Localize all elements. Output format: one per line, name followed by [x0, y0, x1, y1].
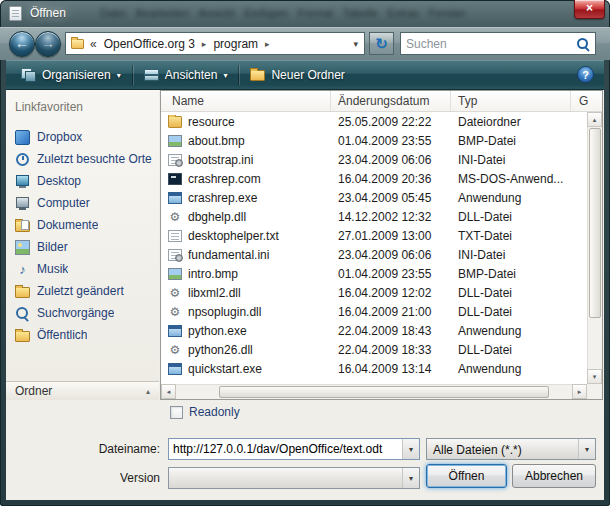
sidebar-item-computer[interactable]: Computer — [6, 192, 159, 214]
search-icon[interactable] — [575, 36, 591, 52]
back-button[interactable]: ← — [9, 31, 35, 57]
scrollbar-corner — [587, 384, 602, 399]
filetype-dropdown-button[interactable]: ▾ — [578, 439, 595, 459]
sidebar-item-label: Zuletzt geändert — [37, 284, 124, 298]
folder-file-icon — [168, 116, 182, 128]
file-date: 16.04.2009 13:14 — [331, 362, 451, 376]
column-header-type[interactable]: Typ — [451, 91, 571, 111]
readonly-checkbox[interactable] — [170, 406, 183, 419]
filetype-select[interactable]: Alle Dateien (*.*) ▾ — [426, 438, 596, 460]
filename-input[interactable] — [169, 439, 402, 459]
file-row[interactable]: fundamental.ini23.04.2009 06:06INI-Datei — [161, 245, 587, 264]
file-row[interactable]: desktophelper.txt27.01.2009 13:00TXT-Dat… — [161, 226, 587, 245]
file-row[interactable]: ⚙libxml2.dll16.04.2009 12:02DLL-Datei — [161, 283, 587, 302]
file-type: DLL-Datei — [451, 343, 565, 357]
file-date: 16.04.2009 21:00 — [331, 305, 451, 319]
scroll-down-icon[interactable]: ▾ — [587, 369, 602, 384]
new-folder-label: Neuer Ordner — [271, 68, 344, 82]
filename-combo[interactable]: ▾ — [168, 438, 420, 460]
address-dropdown-icon[interactable]: ▾ — [347, 39, 364, 49]
scroll-right-icon[interactable]: ▸ — [572, 384, 587, 399]
address-folder-icon — [71, 39, 84, 49]
address-breadcrumb[interactable]: « OpenOffice.org 3 ▸ program ▸ ▾ — [65, 32, 365, 55]
version-select[interactable]: ▾ — [168, 467, 420, 489]
file-row[interactable]: ⚙npsoplugin.dll16.04.2009 21:00DLL-Datei — [161, 302, 587, 321]
file-type: DLL-Datei — [451, 286, 565, 300]
file-row[interactable]: ⚙python26.dll22.04.2009 18:33DLL-Datei — [161, 340, 587, 359]
help-icon: ? — [582, 69, 589, 81]
file-row[interactable]: ⚙dbghelp.dll14.12.2002 12:32DLL-Datei — [161, 207, 587, 226]
app-file-icon — [168, 325, 182, 337]
sidebar-item-label: Dokumente — [37, 218, 98, 232]
sidebar-item-searches[interactable]: Suchvorgänge — [6, 302, 159, 324]
file-row[interactable]: crashrep.exe23.04.2009 05:45Anwendung — [161, 188, 587, 207]
horizontal-scrollbar[interactable]: ◂ ▸ — [161, 384, 587, 399]
file-name-cell: ⚙python26.dll — [161, 343, 331, 357]
column-header-date[interactable]: Änderungsdatum — [331, 91, 451, 111]
file-type: BMP-Datei — [451, 267, 565, 281]
refresh-button[interactable]: ↻ — [369, 32, 394, 55]
sidebar-item-pictures[interactable]: Bilder — [6, 236, 159, 258]
sidebar-item-music[interactable]: ♪Musik — [6, 258, 159, 280]
column-header-name[interactable]: Name — [161, 91, 331, 111]
sidebar-item-dropbox[interactable]: Dropbox — [6, 126, 159, 148]
folders-label: Ordner — [15, 384, 52, 398]
image-file-icon — [168, 135, 182, 147]
close-button[interactable]: × — [574, 0, 605, 19]
file-row[interactable]: resource25.05.2009 22:22Dateiordner — [161, 112, 587, 131]
file-name: desktophelper.txt — [188, 229, 279, 243]
dll-file-icon: ⚙ — [168, 344, 182, 356]
sidebar-item-desktop[interactable]: Desktop — [6, 170, 159, 192]
file-name: npsoplugin.dll — [188, 305, 261, 319]
sidebar-item-changed[interactable]: Zuletzt geändert — [6, 280, 159, 302]
filename-dropdown-button[interactable]: ▾ — [402, 439, 419, 459]
organize-button[interactable]: Organisieren ▾ — [12, 63, 130, 87]
readonly-label[interactable]: Readonly — [189, 405, 240, 419]
file-date: 23.04.2009 05:45 — [331, 191, 451, 205]
version-dropdown-button[interactable]: ▾ — [402, 468, 419, 488]
file-row[interactable]: intro.bmp01.04.2009 23:55BMP-Datei — [161, 264, 587, 283]
file-type: Anwendung — [451, 191, 565, 205]
public-icon — [15, 331, 30, 342]
ini-file-icon — [168, 154, 182, 166]
sidebar-item-label: Computer — [37, 196, 90, 210]
breadcrumb-overflow-chevrons[interactable]: « — [90, 37, 97, 51]
file-row[interactable]: python.exe22.04.2009 18:43Anwendung — [161, 321, 587, 340]
file-row[interactable]: crashrep.com16.04.2009 20:36MS-DOS-Anwen… — [161, 169, 587, 188]
sidebar-item-public[interactable]: Öffentlich — [6, 324, 159, 346]
file-date: 14.12.2002 12:32 — [331, 210, 451, 224]
search-box[interactable] — [400, 32, 596, 55]
breadcrumb-separator-icon[interactable]: ▸ — [263, 39, 272, 49]
forward-button[interactable]: → — [35, 31, 61, 57]
column-header-size[interactable]: G — [571, 91, 602, 111]
file-type: Anwendung — [451, 362, 565, 376]
file-row[interactable]: bootstrap.ini23.04.2009 06:06INI-Datei — [161, 150, 587, 169]
scroll-up-icon[interactable]: ▴ — [587, 112, 602, 127]
new-folder-button[interactable]: Neuer Ordner — [241, 63, 353, 87]
chevron-down-icon: ▾ — [117, 69, 121, 80]
horizontal-scroll-thumb[interactable] — [219, 386, 549, 398]
folders-bar[interactable]: Ordner ▴ — [6, 381, 159, 400]
vertical-scrollbar[interactable]: ▴ ▾ — [587, 112, 602, 384]
help-button[interactable]: ? — [577, 66, 594, 83]
file-name-cell: ⚙npsoplugin.dll — [161, 305, 331, 319]
breadcrumb-separator-icon[interactable]: ▸ — [200, 39, 209, 49]
open-button[interactable]: Öffnen — [426, 464, 507, 488]
breadcrumb-item-openoffice[interactable]: OpenOffice.org 3 — [99, 37, 200, 51]
views-button[interactable]: Ansichten ▾ — [135, 63, 237, 87]
breadcrumb-item-program[interactable]: program — [208, 37, 263, 51]
file-type: TXT-Datei — [451, 229, 565, 243]
scroll-left-icon[interactable]: ◂ — [161, 384, 176, 399]
vertical-scroll-thumb[interactable] — [589, 128, 601, 318]
computer-icon — [15, 196, 30, 211]
sidebar-item-recent[interactable]: Zuletzt besuchte Orte — [6, 148, 159, 170]
file-row[interactable]: quickstart.exe16.04.2009 13:14Anwendung — [161, 359, 587, 378]
file-date: 01.04.2009 23:55 — [331, 267, 451, 281]
file-date: 16.04.2009 12:02 — [331, 286, 451, 300]
search-input[interactable] — [401, 37, 575, 51]
sidebar-item-documents[interactable]: Dokumente — [6, 214, 159, 236]
file-row[interactable]: about.bmp01.04.2009 23:55BMP-Datei — [161, 131, 587, 150]
sidebar-item-label: Desktop — [37, 174, 81, 188]
cancel-button[interactable]: Abbrechen — [512, 464, 596, 488]
ini-file-icon — [168, 249, 182, 261]
